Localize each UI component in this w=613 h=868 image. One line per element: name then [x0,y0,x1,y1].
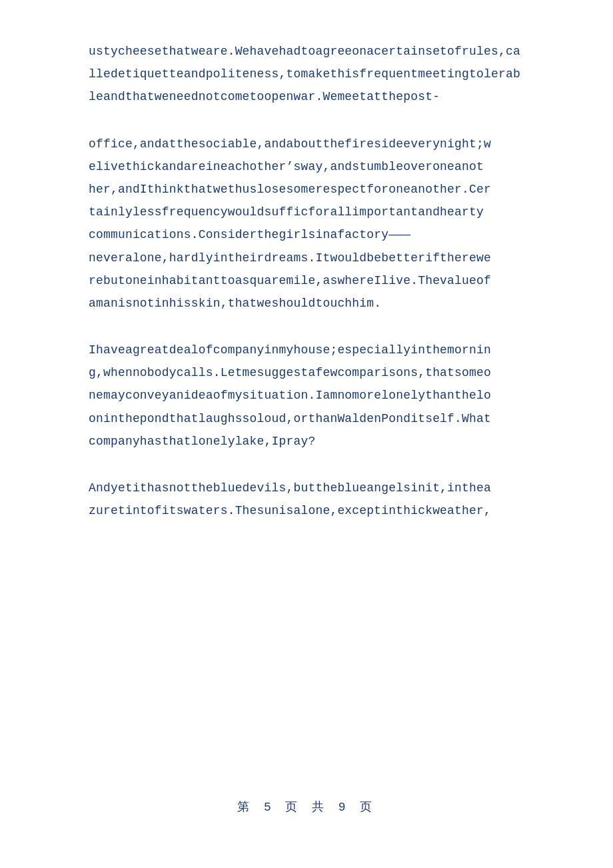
page-number-text: 第 5 页 共 9 页 [237,801,375,814]
paragraph-2: office,andatthesociable,andaboutthefires… [89,133,524,315]
paragraph-1: ustycheesethatweare.Wehavehadtoagreeonac… [89,40,524,109]
page-container: ustycheesethatweare.Wehavehadtoagreeonac… [0,0,613,868]
content-area: ustycheesethatweare.Wehavehadtoagreeonac… [89,40,524,785]
paragraph-4: Andyetithasnotthebluedevils,butthebluean… [89,477,524,522]
paragraph-3: Ihaveagreatdealofcompanyinmyhouse;especi… [89,339,524,453]
page-footer: 第 5 页 共 9 页 [89,785,524,828]
